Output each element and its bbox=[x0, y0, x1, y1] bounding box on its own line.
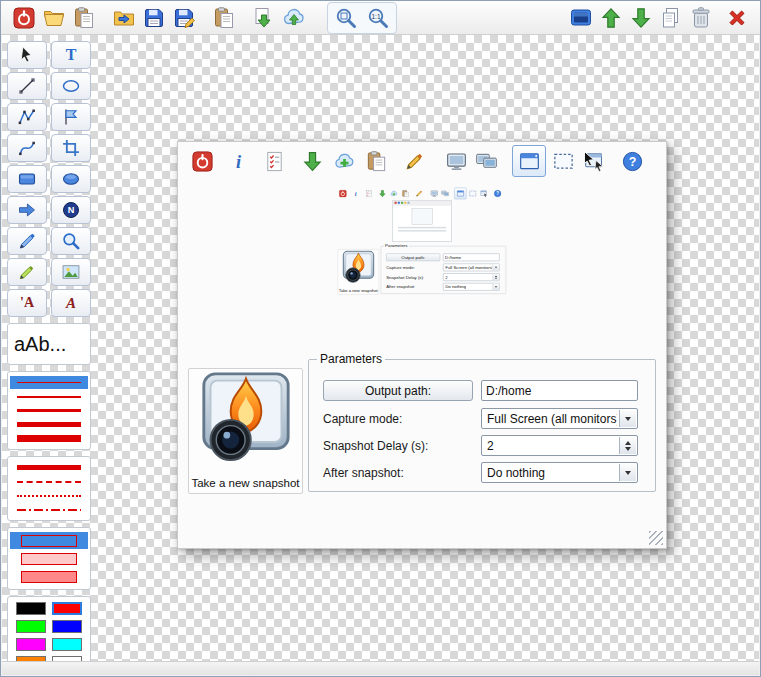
tool-line[interactable] bbox=[7, 72, 47, 100]
tool-curve[interactable] bbox=[7, 134, 47, 162]
color-swatch-selected[interactable] bbox=[52, 602, 82, 615]
tool-ellipse[interactable] bbox=[51, 165, 91, 193]
nested-output-path-field bbox=[443, 254, 500, 262]
tool-polygon[interactable] bbox=[51, 103, 91, 131]
tool-quote-text[interactable]: 'A bbox=[7, 289, 47, 317]
tool-polyline[interactable] bbox=[7, 103, 47, 131]
line-style-sample bbox=[17, 465, 81, 470]
image-icon bbox=[61, 262, 81, 282]
after-snapshot-dropdown: Do nothing bbox=[481, 462, 638, 483]
line-width-option-2[interactable] bbox=[10, 390, 88, 403]
captured-body: Take a new snapshot Parameters Output pa… bbox=[178, 350, 666, 520]
paste-icon bbox=[72, 6, 96, 30]
move-up-button[interactable] bbox=[596, 4, 626, 32]
font-selector-button[interactable]: aAb... bbox=[7, 323, 91, 365]
grab-screen-button[interactable] bbox=[566, 4, 596, 32]
import-image-button[interactable] bbox=[109, 4, 139, 32]
output-path-button: Output path: bbox=[323, 380, 473, 401]
fill-style-outline[interactable] bbox=[10, 532, 88, 549]
tool-magnifier[interactable] bbox=[51, 227, 91, 255]
line-style-solid[interactable] bbox=[10, 461, 88, 474]
text-tool-glyph: T bbox=[66, 46, 77, 64]
line-icon bbox=[17, 76, 37, 96]
zoom-best-fit-button[interactable] bbox=[331, 4, 361, 32]
tool-pen[interactable] bbox=[7, 227, 47, 255]
tool-ellipse-outline[interactable] bbox=[51, 72, 91, 100]
export-image-button[interactable] bbox=[249, 4, 279, 32]
trash-icon bbox=[689, 6, 713, 30]
snapshot-delay-label: Snapshot Delay (s): bbox=[323, 439, 473, 453]
app-logo-button[interactable] bbox=[9, 4, 39, 32]
pen-icon bbox=[17, 231, 37, 251]
filled-ellipse-icon bbox=[61, 169, 81, 189]
line-style-dashed[interactable] bbox=[10, 475, 88, 488]
duplicate-button[interactable] bbox=[656, 4, 686, 32]
line-style-dashdot[interactable] bbox=[10, 503, 88, 516]
save-as-icon bbox=[172, 6, 196, 30]
monitor-icon bbox=[442, 147, 470, 175]
copy-to-clipboard-button[interactable] bbox=[209, 4, 239, 32]
export-icon bbox=[298, 147, 326, 175]
tool-highlighter[interactable] bbox=[7, 258, 47, 286]
status-bar bbox=[2, 661, 759, 675]
color-swatch[interactable] bbox=[52, 620, 82, 633]
zoom-original-button[interactable] bbox=[363, 4, 393, 32]
line-width-sample bbox=[17, 382, 81, 383]
dropdown-arrow-icon bbox=[493, 284, 499, 290]
app-logo-icon bbox=[12, 6, 36, 30]
polygon-flag-icon bbox=[61, 107, 81, 127]
tool-rectangle[interactable] bbox=[7, 165, 47, 193]
line-style-dotted[interactable] bbox=[10, 489, 88, 502]
open-file-button[interactable] bbox=[39, 4, 69, 32]
nested-app-logo bbox=[341, 250, 376, 283]
snapshot-button: Take a new snapshot bbox=[188, 368, 303, 494]
tool-italic-text[interactable]: A bbox=[51, 289, 91, 317]
color-swatch[interactable] bbox=[52, 638, 82, 651]
tool-crop[interactable] bbox=[51, 134, 91, 162]
nested-capture-mode-label: Capture mode: bbox=[386, 265, 440, 270]
upload-web-button[interactable] bbox=[279, 4, 309, 32]
quote-text-glyph: 'A bbox=[20, 295, 34, 311]
nested-snapshot-delay-spinner: 2 bbox=[443, 273, 500, 281]
move-down-button[interactable] bbox=[626, 4, 656, 32]
color-swatch[interactable] bbox=[16, 620, 46, 633]
color-swatch[interactable] bbox=[16, 602, 46, 615]
save-button[interactable] bbox=[139, 4, 169, 32]
tool-text[interactable]: T bbox=[51, 41, 91, 69]
capture-mode-label: Capture mode: bbox=[323, 412, 473, 426]
clipboard-icon bbox=[212, 6, 236, 30]
tool-select[interactable] bbox=[7, 41, 47, 69]
output-path-field bbox=[481, 380, 638, 401]
snapshot-delay-value: 2 bbox=[487, 439, 494, 453]
screenshot-image: Take a new snapshot Parameters Output pa… bbox=[177, 141, 667, 549]
parameters-legend: Parameters bbox=[317, 352, 385, 366]
line-style-sample bbox=[17, 481, 81, 483]
tool-arrow[interactable] bbox=[7, 196, 47, 224]
numbered-bullet-icon bbox=[61, 200, 81, 220]
save-as-button[interactable] bbox=[169, 4, 199, 32]
quit-button[interactable] bbox=[722, 4, 752, 32]
line-width-option-4[interactable] bbox=[10, 418, 88, 431]
color-swatch[interactable] bbox=[16, 638, 46, 651]
snapshot-button-label: Take a new snapshot bbox=[189, 477, 302, 489]
parameters-group: Parameters Output path: Capture mode: Fu… bbox=[308, 352, 656, 492]
editor-canvas[interactable]: T 'A A aAb... bbox=[2, 35, 759, 661]
line-width-option-5[interactable] bbox=[10, 432, 88, 445]
tool-number[interactable] bbox=[51, 196, 91, 224]
paste-button[interactable] bbox=[69, 4, 99, 32]
arrow-up-icon bbox=[599, 6, 623, 30]
fill-style-filled[interactable] bbox=[10, 568, 88, 585]
delete-button[interactable] bbox=[686, 4, 716, 32]
crop-icon bbox=[61, 138, 81, 158]
snapshot-delay-spinner: 2 bbox=[481, 435, 638, 456]
tool-image[interactable] bbox=[51, 258, 91, 286]
after-snapshot-label: After snapshot: bbox=[323, 466, 473, 480]
spinner-arrows-icon bbox=[493, 274, 499, 280]
line-width-option-1[interactable] bbox=[10, 376, 88, 389]
pencil-icon bbox=[400, 147, 428, 175]
folder-import-icon bbox=[112, 6, 136, 30]
power-icon bbox=[188, 147, 216, 175]
arrow-icon bbox=[17, 200, 37, 220]
fill-style-outline-filled[interactable] bbox=[10, 550, 88, 567]
line-width-option-3[interactable] bbox=[10, 404, 88, 417]
